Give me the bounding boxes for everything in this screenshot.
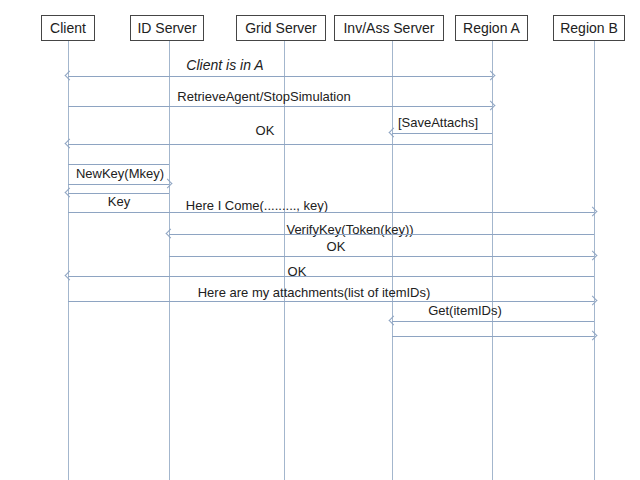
arrowhead-right [588, 296, 598, 306]
message-label: OK [327, 239, 346, 254]
arrow-line [392, 336, 594, 337]
message-label: Get(itemIDs) [428, 303, 502, 318]
arrowhead-left [65, 188, 75, 198]
sequence-diagram-canvas: Client ID Server Grid Server Inv/Ass Ser… [0, 0, 640, 480]
arrowhead-left [65, 271, 75, 281]
message-label: RetrieveAgent/StopSimulation [177, 89, 350, 104]
arrowhead-right [588, 207, 598, 217]
arrow-line [392, 321, 594, 322]
message-label: Here are my attachments(list of itemIDs) [198, 285, 431, 300]
actor-box-client: Client [41, 15, 95, 41]
message-label: NewKey(Mkey) [76, 166, 164, 181]
plain-line [68, 164, 169, 165]
arrowhead-right [486, 101, 496, 111]
actor-box-id-server: ID Server [130, 15, 204, 41]
arrowhead-right [588, 331, 598, 341]
actor-box-region-a: Region A [455, 15, 528, 41]
arrowhead-right [588, 251, 598, 261]
arrow-line [68, 276, 594, 277]
arrow-line [392, 133, 492, 134]
arrowhead-left [389, 316, 399, 326]
arrowhead-left [65, 71, 75, 81]
arrow-line [68, 301, 594, 302]
arrow-line [68, 184, 169, 185]
message-label: [SaveAttachs] [398, 115, 478, 130]
arrow-line [68, 144, 492, 145]
arrowhead-left [65, 139, 75, 149]
message-label: Here I Come(........., key) [186, 198, 328, 213]
arrowhead-right [486, 71, 496, 81]
arrow-line [68, 76, 492, 77]
actor-box-grid-server: Grid Server [236, 15, 326, 41]
message-label: OK [256, 123, 275, 138]
arrow-line [68, 212, 594, 213]
actor-box-region-b: Region B [553, 15, 625, 41]
arrowhead-left [166, 229, 176, 239]
arrow-line [169, 256, 594, 257]
message-label: Key [108, 194, 130, 209]
actor-box-inv-ass-server: Inv/Ass Server [334, 15, 444, 41]
lifeline-region-b [594, 41, 595, 480]
arrowhead-right [163, 179, 173, 189]
message-label: Client is in A [186, 58, 263, 73]
arrow-line [169, 234, 594, 235]
arrow-line [68, 106, 492, 107]
